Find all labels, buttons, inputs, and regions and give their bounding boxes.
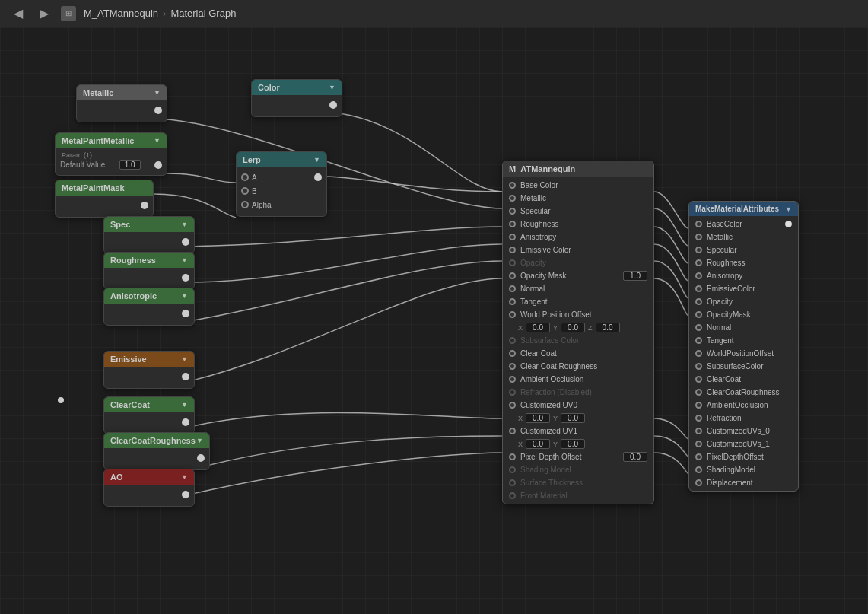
color-dropdown[interactable]: ▼ <box>329 84 335 91</box>
cuv0-x-input[interactable] <box>526 413 550 423</box>
matmannequin-header[interactable]: M_ATMannequin <box>503 161 653 177</box>
roughness-header[interactable]: Roughness ▼ <box>104 253 194 268</box>
roughness-dropdown[interactable]: ▼ <box>181 256 188 264</box>
makematattr-clearcoat-pin[interactable] <box>695 376 702 383</box>
mat-pdo-pin[interactable] <box>509 453 516 460</box>
mat-basecolor-pin[interactable] <box>509 182 516 189</box>
makematattr-tangent-pin[interactable] <box>695 337 702 344</box>
lerp-alpha-input-pin[interactable] <box>241 201 249 208</box>
mat-opacitymask-pin[interactable] <box>509 272 516 279</box>
spec-header[interactable]: Spec ▼ <box>104 217 194 232</box>
mat-refraction-pin[interactable] <box>509 389 516 396</box>
ao-dropdown[interactable]: ▼ <box>181 473 188 481</box>
wpo-z-input[interactable] <box>596 323 620 332</box>
mat-frontmaterial-pin[interactable] <box>509 492 516 499</box>
mat-cuv0-row: Customized UV0 <box>503 399 653 412</box>
mat-anisotropy-pin[interactable] <box>509 234 516 240</box>
ao-header[interactable]: AO ▼ <box>104 469 194 485</box>
emissive-header[interactable]: Emissive ▼ <box>104 352 194 367</box>
metalpaintmetallic-header[interactable]: MetalPaintMetallic ▼ <box>56 133 167 148</box>
back-button[interactable]: ◀ <box>9 5 27 22</box>
pdo-input[interactable] <box>623 452 647 462</box>
metallic-header[interactable]: Metallic ▼ <box>77 85 167 100</box>
metalpaintmetallic-dropdown[interactable]: ▼ <box>154 137 161 145</box>
makematattr-opacity-pin[interactable] <box>695 298 702 305</box>
makematattr-emissive-pin[interactable] <box>695 285 702 292</box>
mat-shadingmodel-pin[interactable] <box>509 466 516 473</box>
spec-dropdown[interactable]: ▼ <box>181 221 188 228</box>
forward-button[interactable]: ▶ <box>35 5 53 22</box>
clearcoat-output-pin[interactable] <box>182 418 189 426</box>
roughness-output-pin[interactable] <box>182 274 189 282</box>
anisotropic-dropdown[interactable]: ▼ <box>181 292 188 300</box>
metalpaintmetallic-output-pin[interactable] <box>154 161 162 169</box>
mat-tangent-pin[interactable] <box>509 298 516 305</box>
mat-normal-pin[interactable] <box>509 285 516 292</box>
wpo-y-input[interactable] <box>561 323 585 332</box>
metalpaintmask-header[interactable]: MetalPaintMask <box>56 180 153 196</box>
mat-clearcoatroughness-pin[interactable] <box>509 363 516 370</box>
lerp-node: Lerp ▼ A B Alpha <box>236 151 327 217</box>
makematattr-cuv0-pin[interactable] <box>695 428 702 434</box>
mat-cuv1-pin[interactable] <box>509 428 516 434</box>
wpo-x-input[interactable] <box>526 323 550 332</box>
metallic-dropdown[interactable]: ▼ <box>154 89 161 97</box>
makematattr-wpo-pin[interactable] <box>695 350 702 357</box>
lerp-dropdown[interactable]: ▼ <box>313 156 320 164</box>
spec-output-pin[interactable] <box>182 238 189 246</box>
makematattr-shadingmodel-pin[interactable] <box>695 466 702 473</box>
clearcoatroughness-dropdown[interactable]: ▼ <box>196 437 203 444</box>
ao-output-pin[interactable] <box>182 491 189 498</box>
mat-emissive-pin[interactable] <box>509 247 516 253</box>
cuv1-y-input[interactable] <box>561 439 585 449</box>
clearcoatroughness-header[interactable]: ClearCoatRoughness ▼ <box>104 433 209 448</box>
makematattr-ao-pin[interactable] <box>695 402 702 409</box>
emissive-label: Emissive <box>110 355 147 364</box>
makematattr-refraction-pin[interactable] <box>695 415 702 422</box>
cuv1-x-input[interactable] <box>526 439 550 449</box>
makematattr-metallic-pin[interactable] <box>695 234 702 240</box>
makematattr-basecolor-pin[interactable] <box>695 221 702 227</box>
metalpaintmask-output-pin[interactable] <box>141 202 148 209</box>
makematattr-specular-pin[interactable] <box>695 247 702 253</box>
makematattr-opacitymask-pin[interactable] <box>695 311 702 318</box>
opacity-mask-input[interactable] <box>623 271 647 281</box>
makematattr-anisotropy-pin[interactable] <box>695 272 702 279</box>
color-header[interactable]: Color ▼ <box>252 80 342 95</box>
mat-surfacethickness-pin[interactable] <box>509 479 516 486</box>
emissive-dropdown[interactable]: ▼ <box>181 355 188 363</box>
lerp-b-input-pin[interactable] <box>241 187 249 195</box>
mat-subsurface-pin[interactable] <box>509 337 516 344</box>
mat-clearcoat-pin[interactable] <box>509 350 516 357</box>
mat-ao-pin[interactable] <box>509 376 516 383</box>
metallic-output-pin[interactable] <box>154 107 162 114</box>
clearcoatroughness-output-pin[interactable] <box>197 454 205 462</box>
mat-metallic-pin[interactable] <box>509 195 516 202</box>
color-output-pin[interactable] <box>329 101 337 109</box>
makematattr-subsurface-pin[interactable] <box>695 363 702 370</box>
makematattr-header[interactable]: MakeMaterialAttributes ▼ <box>689 202 798 216</box>
lerp-header[interactable]: Lerp ▼ <box>237 152 326 167</box>
clearcoat-header[interactable]: ClearCoat ▼ <box>104 397 194 412</box>
makematattr-normal-pin[interactable] <box>695 324 702 331</box>
makematattr-cuv1-pin[interactable] <box>695 441 702 447</box>
mat-wpo-pin[interactable] <box>509 311 516 318</box>
mat-cuv0-pin[interactable] <box>509 402 516 409</box>
lerp-a-input-pin[interactable] <box>241 173 249 181</box>
makematattr-clearcoatroughness-pin[interactable] <box>695 389 702 396</box>
emissive-output-pin[interactable] <box>182 373 189 380</box>
anisotropic-header[interactable]: Anisotropic ▼ <box>104 288 194 304</box>
makematattr-pdo-pin[interactable] <box>695 453 702 460</box>
mat-roughness-pin[interactable] <box>509 221 516 227</box>
mat-opacity-pin[interactable] <box>509 259 516 266</box>
default-val-input[interactable] <box>119 160 141 170</box>
makematattr-output-pin[interactable] <box>785 221 792 227</box>
cuv0-y-input[interactable] <box>561 413 585 423</box>
makematattr-roughness-pin[interactable] <box>695 259 702 266</box>
anisotropic-output-pin[interactable] <box>182 310 189 317</box>
lerp-output-pin[interactable] <box>314 173 322 181</box>
clearcoat-dropdown[interactable]: ▼ <box>181 401 188 409</box>
mat-specular-pin[interactable] <box>509 208 516 215</box>
makematattr-dropdown[interactable]: ▼ <box>785 205 792 213</box>
makematattr-displacement-pin[interactable] <box>695 479 702 486</box>
